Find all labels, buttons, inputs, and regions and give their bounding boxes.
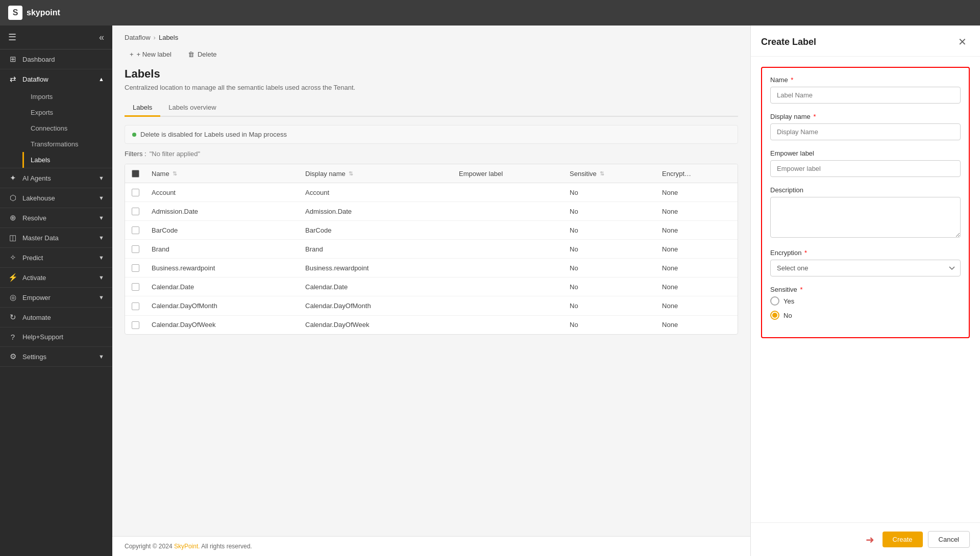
- sidebar-item-activate[interactable]: ⚡ Activate ▼: [0, 268, 112, 287]
- create-button[interactable]: Create: [883, 532, 923, 547]
- sensitive-yes-option[interactable]: Yes: [770, 296, 961, 306]
- required-indicator: *: [800, 286, 802, 293]
- collapse-sidebar-button[interactable]: «: [99, 32, 104, 43]
- sidebar-item-automate[interactable]: ↻ Automate: [0, 308, 112, 327]
- labels-page: Labels Centralized location to manage al…: [112, 67, 750, 347]
- tab-labels[interactable]: Labels: [125, 99, 160, 117]
- page-tabs: Labels Labels overview: [125, 99, 738, 117]
- row-checkbox[interactable]: [132, 283, 139, 291]
- automate-icon: ↻: [8, 313, 17, 322]
- row-sensitive: No: [564, 240, 656, 259]
- hamburger-menu-button[interactable]: ☰: [8, 32, 16, 43]
- new-label-button[interactable]: + + New label: [125, 47, 177, 61]
- chevron-down-icon: ▼: [99, 255, 104, 261]
- page-title: Labels: [125, 67, 738, 81]
- activate-icon: ⚡: [8, 273, 17, 282]
- description-label: Description: [770, 186, 961, 194]
- sidebar-item-master-data[interactable]: ◫ Master Data ▼: [0, 228, 112, 247]
- new-label-text: + New label: [137, 50, 172, 58]
- sidebar-item-predict[interactable]: ✧ Predict ▼: [0, 248, 112, 267]
- sidebar-item-labels[interactable]: Labels: [22, 152, 112, 168]
- row-name: Admission.Date: [145, 202, 299, 221]
- row-encryption: None: [656, 259, 738, 277]
- sidebar-item-connections[interactable]: Connections: [22, 120, 112, 136]
- table-header-name[interactable]: Name ⇅: [145, 164, 299, 183]
- sort-icon: ⇅: [349, 170, 353, 177]
- required-indicator: *: [813, 113, 816, 120]
- sidebar-activate-group: ⚡ Activate ▼: [0, 268, 112, 288]
- sidebar-resolve-group: ⊕ Resolve ▼: [0, 208, 112, 228]
- delete-text: Delete: [198, 50, 217, 58]
- sidebar-item-lakehouse[interactable]: ⬡ Lakehouse ▼: [0, 188, 112, 208]
- arrow-indicator-icon: ➜: [866, 534, 874, 546]
- table-header-sensitive[interactable]: Sensitive ⇅: [564, 164, 656, 183]
- data-table: Name ⇅ Display name ⇅ Em: [125, 164, 738, 334]
- required-indicator: *: [804, 249, 807, 257]
- row-checkbox[interactable]: [132, 321, 139, 329]
- row-encryption: None: [656, 202, 738, 221]
- footer-link[interactable]: SkyPoint.: [174, 543, 200, 550]
- chevron-up-icon: ▲: [99, 76, 104, 82]
- row-checkbox[interactable]: [132, 208, 139, 215]
- sensitive-no-option[interactable]: No: [770, 311, 961, 320]
- sidebar-item-help-support[interactable]: ? Help+Support: [0, 327, 112, 346]
- breadcrumb: Dataflow › Labels: [112, 26, 750, 45]
- chevron-down-icon: ▼: [99, 215, 104, 221]
- row-encryption: None: [656, 277, 738, 296]
- sidebar-item-resolve[interactable]: ⊕ Resolve ▼: [0, 208, 112, 228]
- sidebar-item-ai-agents[interactable]: ✦ AI Agents ▼: [0, 168, 112, 188]
- plus-icon: +: [130, 50, 134, 58]
- cancel-button[interactable]: Cancel: [928, 531, 970, 548]
- table-row: Calendar.Date Calendar.Date No None: [125, 277, 738, 296]
- name-input[interactable]: [770, 87, 961, 104]
- row-checkbox[interactable]: [132, 264, 139, 272]
- table-row: Business.rewardpoint Business.rewardpoin…: [125, 259, 738, 277]
- row-checkbox-cell: [125, 183, 145, 202]
- table-row: Calendar.DayOfMonth Calendar.DayOfMonth …: [125, 296, 738, 315]
- form-highlight-box: Name * Display name * Empower label: [761, 67, 970, 338]
- chevron-down-icon: ▼: [99, 195, 104, 201]
- tab-labels-overview[interactable]: Labels overview: [160, 99, 224, 117]
- row-sensitive: No: [564, 259, 656, 277]
- row-checkbox[interactable]: [132, 245, 139, 253]
- table-row: Account Account No None: [125, 183, 738, 202]
- predict-icon: ✧: [8, 253, 17, 262]
- row-name: Calendar.Date: [145, 277, 299, 296]
- sidebar-item-empower[interactable]: ◎ Empower ▼: [0, 288, 112, 307]
- sidebar-item-dashboard[interactable]: ⊞ Dashboard: [0, 49, 112, 69]
- delete-button[interactable]: 🗑 Delete: [183, 47, 222, 61]
- filters-value: "No filter applied": [150, 150, 201, 158]
- sidebar-item-transformations[interactable]: Transformations: [22, 136, 112, 152]
- footer-text: Copyright © 2024: [125, 543, 173, 550]
- sidebar-dataflow-group: ⇄ Dataflow ▲ Imports Exports Connections…: [0, 69, 112, 168]
- alert-text: Delete is disabled for Labels used in Ma…: [140, 131, 287, 138]
- sidebar-item-label: Lakehouse: [22, 194, 93, 202]
- select-all-checkbox[interactable]: [132, 170, 139, 178]
- row-checkbox[interactable]: [132, 226, 139, 234]
- panel-close-button[interactable]: ✕: [955, 35, 970, 49]
- resolve-icon: ⊕: [8, 213, 17, 222]
- breadcrumb-dataflow[interactable]: Dataflow: [125, 34, 151, 41]
- sidebar-item-settings[interactable]: ⚙ Settings ▼: [0, 347, 112, 366]
- row-name: Calendar.DayOfMonth: [145, 296, 299, 315]
- sidebar-item-exports[interactable]: Exports: [22, 105, 112, 120]
- panel-header: Create Label ✕: [751, 26, 980, 57]
- description-textarea[interactable]: [770, 197, 961, 238]
- row-checkbox[interactable]: [132, 189, 139, 196]
- chevron-down-icon: ▼: [99, 235, 104, 241]
- row-empower-label: [453, 315, 564, 334]
- sensitive-no-radio[interactable]: [770, 311, 779, 320]
- display-name-input[interactable]: [770, 123, 961, 140]
- sidebar-item-imports[interactable]: Imports: [22, 89, 112, 105]
- row-checkbox-cell: [125, 240, 145, 259]
- empower-label-input[interactable]: [770, 160, 961, 177]
- table-header-display-name[interactable]: Display name ⇅: [299, 164, 453, 183]
- row-checkbox[interactable]: [132, 302, 139, 310]
- footer-suffix: All rights reserved.: [201, 543, 252, 550]
- sidebar-item-label: AI Agents: [22, 174, 93, 182]
- encryption-select[interactable]: Select one None AES SHA: [770, 260, 961, 276]
- sidebar-item-dataflow[interactable]: ⇄ Dataflow ▲: [0, 69, 112, 89]
- app-name: skypoint: [27, 8, 60, 17]
- sensitive-yes-radio[interactable]: [770, 296, 779, 306]
- row-empower-label: [453, 221, 564, 240]
